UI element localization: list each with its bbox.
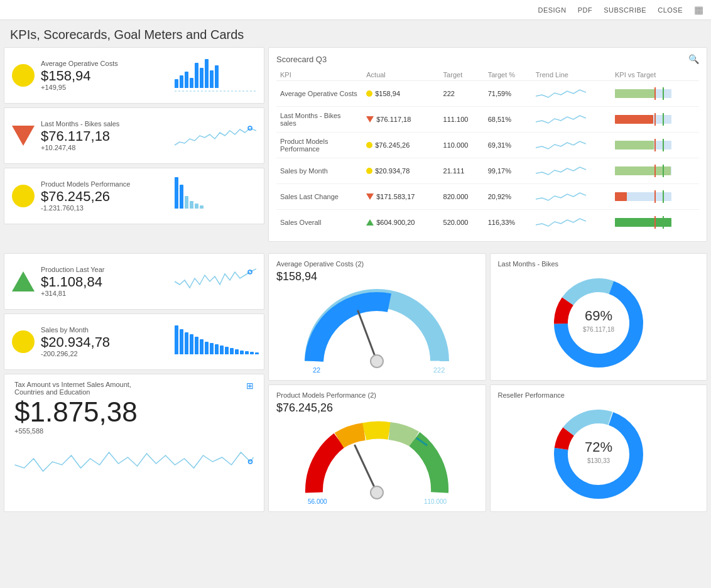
kpi-label: Sales by Month	[41, 326, 168, 334]
bar	[255, 352, 259, 354]
kpi-value: $158,94	[41, 68, 168, 84]
svg-text:$130,33: $130,33	[587, 457, 611, 464]
sc-kpi-name: Last Months - Bikes sales	[276, 107, 362, 133]
col-trend: Trend Line	[532, 69, 611, 81]
sc-actual: $604.900,20	[362, 210, 439, 236]
sc-target: 111.100	[440, 107, 484, 133]
grid-icon: ⊞	[246, 381, 254, 391]
kpi-delta: +149,95	[41, 84, 168, 91]
kpi-icon-circle	[12, 64, 35, 87]
sc-actual: $158,94	[362, 81, 439, 107]
kpi-stack-top: Average Operative Costs $158,94 +149,95	[4, 47, 264, 242]
col-target: Target	[440, 69, 484, 81]
bar	[240, 351, 244, 354]
donut-svg-1: 69% $76.117,18	[548, 273, 649, 373]
kpi-delta: -1.231.760,13	[41, 204, 168, 212]
svg-point-8	[371, 355, 383, 368]
layers-icon[interactable]: ▦	[694, 4, 703, 16]
donut-column: Last Months - Bikes 69% $76.117,18 Resel…	[490, 253, 708, 512]
kpi-label: Average Operative Costs	[41, 60, 168, 67]
kpi-delta: +314,81	[41, 290, 168, 297]
bar	[195, 204, 198, 209]
sc-kpi-name: Average Operative Costs	[276, 81, 362, 107]
page-title: KPIs, Scorecards, Goal Meters and Cards	[0, 20, 711, 47]
close-button[interactable]: CLOSE	[658, 6, 683, 14]
sc-kpi-name: Sales Overall	[276, 210, 362, 236]
sc-trend	[532, 210, 611, 236]
bar	[205, 342, 209, 354]
sc-kpi-vs-target	[611, 81, 699, 107]
scorecard-title: Scorecard Q3 🔍	[276, 54, 699, 64]
scorecard-row: Sales by Month$20.934,7821.11199,17%	[276, 158, 699, 184]
bar	[180, 329, 183, 354]
svg-text:72%: 72%	[585, 439, 612, 455]
sc-trend	[532, 184, 611, 210]
kpi-bar-chart	[175, 57, 256, 94]
svg-line-7	[358, 311, 377, 361]
svg-line-12	[355, 445, 377, 493]
sc-target: 110.000	[440, 133, 484, 158]
bar	[175, 325, 178, 354]
kpi-card-avg-op-costs: Average Operative Costs $158,94 +149,95	[4, 47, 264, 104]
gauge-container-2: 56.000 110.000	[276, 417, 478, 505]
sc-trend	[532, 107, 611, 133]
sc-target: 820.000	[440, 184, 484, 210]
svg-text:22: 22	[313, 366, 320, 374]
big-sparkline-svg	[14, 440, 254, 477]
donut-card-2: Reseller Performance 72% $130,33	[490, 384, 708, 512]
svg-text:$76.117,18: $76.117,18	[583, 326, 614, 333]
gauge-title-1: Average Operative Costs (2)	[276, 260, 478, 268]
sc-target: 520.000	[440, 210, 484, 236]
bar	[190, 201, 193, 209]
kpi-value: $76.245,26	[41, 189, 168, 204]
kpi-label: Production Last Year	[41, 266, 168, 273]
bar	[215, 344, 219, 354]
scorecard-title-text: Scorecard Q3	[276, 55, 327, 64]
bar	[205, 59, 209, 88]
kpi-value: $20.934,78	[41, 335, 168, 350]
kpi-icon-triangle-up	[12, 271, 35, 291]
sc-kpi-vs-target	[611, 107, 699, 133]
sc-trend	[532, 81, 611, 107]
gauge-value-2: $76.245,26	[276, 401, 478, 415]
svg-point-13	[371, 486, 383, 499]
kpi-card-last-months-bikes: Last Months - Bikes sales $76.117,18 +10…	[4, 107, 264, 164]
sc-kpi-name: Sales by Month	[276, 158, 362, 184]
bar	[210, 343, 214, 354]
gauge-column: Average Operative Costs (2) $158,94 22 2…	[268, 253, 486, 512]
sc-kpi-vs-target	[611, 133, 699, 158]
pdf-button[interactable]: PDF	[578, 6, 593, 14]
sc-target-pct: 99,17%	[484, 158, 532, 184]
big-kpi-value: $1.875,38	[14, 398, 254, 426]
top-bar: DESIGN PDF SUBSCRIBE CLOSE ▦	[0, 0, 711, 20]
kpi-card-production-last-year: Production Last Year $1.108,84 +314,81	[4, 253, 264, 310]
kpi-info: Product Models Performance $76.245,26 -1…	[41, 180, 168, 212]
search-icon[interactable]: 🔍	[688, 54, 699, 64]
kpi-value: $76.117,18	[41, 129, 168, 144]
bar	[195, 63, 198, 88]
donut-card-1: Last Months - Bikes 69% $76.117,18	[490, 253, 708, 381]
design-button[interactable]: DESIGN	[538, 6, 566, 14]
sc-actual: $171.583,17	[362, 184, 439, 210]
gauge-value-1: $158,94	[276, 270, 478, 283]
kpi-bar-chart	[175, 177, 256, 215]
bar	[250, 352, 254, 354]
sc-kpi-name: Sales Last Change	[276, 184, 362, 210]
sc-target-pct: 69,31%	[484, 133, 532, 158]
kpi-info: Sales by Month $20.934,78 -200.296,22	[41, 326, 168, 357]
gauge-svg-1: 22 222	[301, 286, 452, 374]
sparkline-svg	[175, 117, 256, 155]
col-actual: Actual	[362, 69, 439, 81]
sc-kpi-vs-target	[611, 184, 699, 210]
sc-kpi-vs-target	[611, 158, 699, 184]
kpi-value: $1.108,84	[41, 275, 168, 290]
scorecard-row: Product Models Performance$76.245,26110.…	[276, 133, 699, 158]
scorecard-row: Average Operative Costs$158,9422271,59%	[276, 81, 699, 107]
bar	[245, 351, 249, 354]
bar	[190, 78, 193, 88]
kpi-info: Last Months - Bikes sales $76.117,18 +10…	[41, 120, 168, 151]
subscribe-button[interactable]: SUBSCRIBE	[604, 6, 646, 14]
col-target-pct: Target %	[484, 69, 532, 81]
kpi-label: Last Months - Bikes sales	[41, 120, 168, 128]
kpi-bar-chart	[175, 323, 256, 361]
